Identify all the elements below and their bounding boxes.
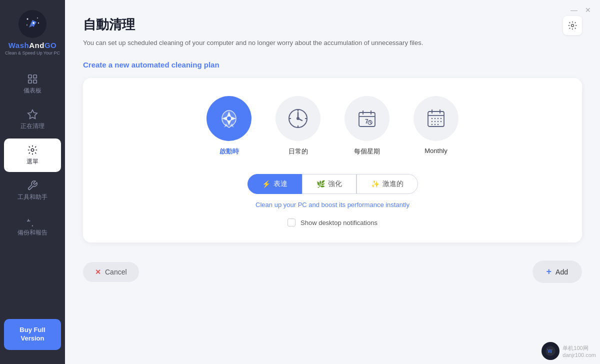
page-description: You can set up scheduled cleaning of you… <box>83 39 582 46</box>
page-header: 自動清理 <box>83 16 582 35</box>
svg-point-15 <box>297 118 299 120</box>
add-plus-icon: + <box>546 266 552 277</box>
svg-point-40 <box>432 124 432 125</box>
sidebar-item-menu-label: 選單 <box>26 158 38 166</box>
svg-point-35 <box>440 118 442 119</box>
sidebar-item-backup-label: 備份和報告 <box>18 228 48 237</box>
sidebar-item-backup[interactable]: 備份和報告 <box>4 210 61 243</box>
enhanced-icon: 🌿 <box>316 180 325 188</box>
close-button[interactable]: ✕ <box>584 6 592 14</box>
radical-label: 激進的 <box>382 180 404 188</box>
daily-icon-wrap <box>276 96 320 141</box>
add-button[interactable]: + Add <box>532 260 582 283</box>
rocket-icon <box>217 106 241 130</box>
gear-icon <box>568 20 578 30</box>
svg-line-27 <box>370 122 372 124</box>
mode-description: Clean up your PC and boost its performan… <box>99 201 566 208</box>
sidebar-item-tools-label: 工具和助手 <box>18 193 48 202</box>
svg-point-37 <box>434 121 436 122</box>
add-label: Add <box>556 268 568 276</box>
schedule-option-monthly[interactable]: Monthly <box>414 96 458 156</box>
title-bar: — ✕ <box>562 0 600 20</box>
calendar-weekly-icon: 7 <box>355 106 379 130</box>
main-content: 自動清理 You can set up scheduled cleaning o… <box>65 0 600 364</box>
svg-rect-8 <box>34 80 36 83</box>
svg-text:W: W <box>548 348 552 354</box>
buy-full-version-button[interactable]: Buy FullVersion <box>4 319 61 350</box>
logo-subtitle: Clean & Speed Up Your PC <box>5 50 60 56</box>
svg-point-4 <box>32 22 34 24</box>
mode-tab-express[interactable]: ⚡ 表達 <box>248 174 302 194</box>
schedule-option-daily[interactable]: 日常的 <box>276 96 320 156</box>
watermark: W 单机100网danjr100.com <box>542 342 596 360</box>
enhanced-label: 強化 <box>328 180 342 188</box>
watermark-text: 单机100网danjr100.com <box>562 344 596 358</box>
watermark-logo: W <box>542 342 560 360</box>
plan-card: 啟動時 <box>83 78 582 242</box>
svg-rect-6 <box>34 75 36 78</box>
logo-title: WashAndGO <box>8 41 56 50</box>
weekly-label: 每個星期 <box>354 147 380 156</box>
cancel-x-icon: ✕ <box>95 268 101 276</box>
svg-point-38 <box>438 121 438 122</box>
svg-rect-7 <box>28 80 32 83</box>
sidebar: WashAndGO Clean & Speed Up Your PC 儀表板 正… <box>0 0 65 364</box>
sidebar-item-cleaning[interactable]: 正在清理 <box>4 103 61 136</box>
sidebar-item-dashboard-label: 儀表板 <box>24 86 42 95</box>
sidebar-item-dashboard[interactable]: 儀表板 <box>4 68 61 101</box>
svg-point-34 <box>438 118 438 119</box>
svg-rect-28 <box>428 112 444 126</box>
monthly-icon-wrap <box>414 96 458 141</box>
page-title: 自動清理 <box>83 16 135 34</box>
daily-label: 日常的 <box>288 147 308 156</box>
notification-label: Show desktop notifications <box>300 219 378 226</box>
bottom-actions: ✕ Cancel + Add <box>83 260 582 283</box>
weekly-icon-wrap: 7 <box>344 96 390 141</box>
sidebar-item-menu[interactable]: 選單 <box>4 138 61 172</box>
svg-point-32 <box>432 118 432 119</box>
express-label: 表達 <box>274 180 288 188</box>
svg-rect-5 <box>28 75 32 78</box>
calendar-monthly-icon <box>424 106 448 130</box>
svg-point-11 <box>227 116 231 120</box>
schedule-option-weekly[interactable]: 7 每個星期 <box>344 96 390 156</box>
schedule-options: 啟動時 <box>99 96 566 156</box>
svg-point-41 <box>434 124 436 125</box>
svg-point-9 <box>31 148 34 152</box>
section-title: Create a new automated cleaning plan <box>83 60 582 69</box>
svg-point-42 <box>438 124 438 125</box>
startup-icon-wrap <box>206 96 252 141</box>
svg-point-39 <box>440 121 442 122</box>
express-icon: ⚡ <box>262 180 270 188</box>
mode-tab-enhanced[interactable]: 🌿 強化 <box>302 174 356 194</box>
svg-point-3 <box>38 22 39 24</box>
monthly-label: Monthly <box>424 147 448 154</box>
svg-point-33 <box>434 118 436 119</box>
svg-point-10 <box>572 24 574 27</box>
startup-label: 啟動時 <box>220 147 239 156</box>
svg-point-1 <box>26 18 28 20</box>
schedule-option-startup[interactable]: 啟動時 <box>206 96 252 156</box>
nav-items: 儀表板 正在清理 選單 工具和助手 <box>0 68 65 315</box>
logo-icon <box>18 10 46 38</box>
sidebar-item-cleaning-label: 正在清理 <box>20 122 44 130</box>
mode-tabs: ⚡ 表達 🌿 強化 ✨ 激進的 <box>99 174 566 194</box>
svg-point-36 <box>432 121 432 122</box>
svg-point-2 <box>37 18 38 18</box>
cancel-button[interactable]: ✕ Cancel <box>83 262 139 282</box>
notification-checkbox[interactable] <box>288 218 296 226</box>
radical-icon: ✨ <box>371 180 380 188</box>
minimize-button[interactable]: — <box>570 6 578 14</box>
clock-icon <box>286 106 310 130</box>
cancel-label: Cancel <box>105 268 127 276</box>
notification-row: Show desktop notifications <box>99 218 566 226</box>
sidebar-item-tools[interactable]: 工具和助手 <box>4 174 61 208</box>
mode-tab-radical[interactable]: ✨ 激進的 <box>356 174 418 194</box>
logo-area: WashAndGO Clean & Speed Up Your PC <box>5 10 60 56</box>
